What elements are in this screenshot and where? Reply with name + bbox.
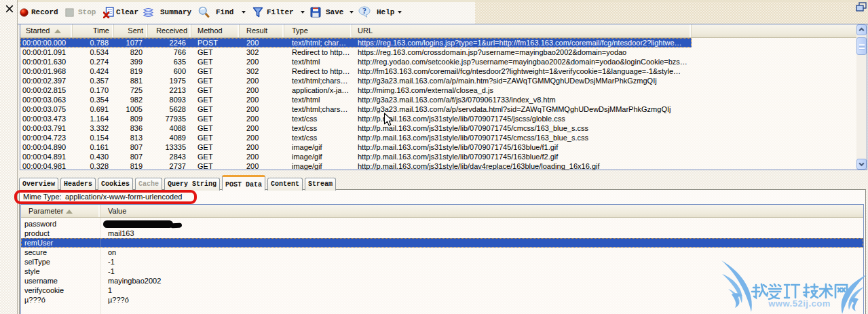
filter-icon: [252, 7, 263, 18]
parameters-table-header: Parameter Value: [21, 205, 863, 218]
column-header-method[interactable]: Method: [191, 24, 240, 37]
scroll-down-button[interactable]: [856, 159, 867, 170]
record-icon: [20, 8, 29, 17]
column-header-time[interactable]: Time: [73, 24, 114, 37]
tab[interactable]: Query String: [164, 178, 220, 191]
parameter-row[interactable]: product mail163: [21, 229, 863, 238]
watermark-text-strokes: [752, 284, 847, 299]
request-row[interactable]: 00:00:01.630 0.274 399 635 GET 200 text/…: [20, 57, 692, 66]
column-header-parameter[interactable]: Parameter: [21, 205, 100, 217]
scrollbar-thumb[interactable]: [856, 37, 867, 55]
help-label: Help: [377, 8, 394, 16]
side-strip: [0, 0, 18, 314]
filter-label: Filter: [267, 8, 294, 16]
column-header-value[interactable]: Value: [100, 205, 863, 217]
record-label: Record: [31, 8, 58, 16]
clear-label: Clear: [116, 8, 138, 16]
mouse-cursor: [383, 113, 394, 127]
scroll-up-icon: [859, 28, 864, 31]
save-dropdown-icon[interactable]: [350, 11, 354, 14]
password-redaction-mark: [103, 220, 173, 228]
record-button[interactable]: Record: [20, 1, 58, 23]
sort-ascending-icon: [66, 210, 73, 214]
tab[interactable]: Headers: [60, 178, 96, 191]
clear-button[interactable]: Clear: [103, 1, 138, 23]
scrollbar-grip: [859, 44, 865, 50]
request-row[interactable]: 00:00:04.723 0.154 813 4089 GET 200 text…: [20, 133, 692, 142]
find-dropdown-icon[interactable]: [242, 11, 246, 14]
scroll-down-icon: [859, 163, 864, 165]
toolbar-top-edge: [18, 0, 868, 2]
requests-table-body: 00:00:00.000 0.788 1077 2246 POST 200 te…: [20, 38, 856, 170]
stop-button: Stop: [65, 1, 96, 23]
request-row[interactable]: 00:00:04.891 0.430 807 2843 GET 200 imag…: [20, 152, 692, 161]
stop-label: Stop: [78, 8, 96, 16]
help-icon: ?: [358, 6, 371, 18]
summary-label: Summary: [160, 8, 191, 16]
watermark-url: www.52ij.com: [766, 298, 833, 309]
detail-tabs: OverviewHeadersCookiesCacheQuery StringP…: [19, 175, 336, 191]
scroll-up-button[interactable]: [856, 24, 867, 35]
request-row[interactable]: 00:00:03.063 0.354 982 8093 GET 200 text…: [20, 95, 692, 104]
toolbar: Record Stop Clear Summary: [18, 0, 868, 24]
tab[interactable]: Overview: [19, 178, 58, 191]
tab[interactable]: Cache: [135, 178, 162, 191]
save-label: Save: [326, 8, 343, 16]
cascade-windows-icon[interactable]: [856, 2, 867, 12]
column-header-type[interactable]: Type: [284, 24, 352, 37]
tab[interactable]: Cookies: [98, 178, 133, 191]
save-button[interactable]: Save: [310, 1, 354, 23]
summary-button[interactable]: Summary: [143, 1, 191, 23]
help-dropdown-icon[interactable]: [398, 11, 402, 14]
save-icon: [310, 7, 321, 18]
find-label: Find: [216, 8, 233, 16]
request-row[interactable]: 00:00:04.981 0.328 819 2737 GET 200 imag…: [20, 161, 692, 170]
tab[interactable]: POST Data: [222, 175, 265, 191]
vertical-scrollbar[interactable]: [856, 24, 867, 170]
watermark-right-wing: [842, 275, 867, 314]
request-row[interactable]: 00:00:01.968 0.424 819 600 GET 302 Redir…: [20, 66, 692, 76]
filter-button[interactable]: Filter: [252, 1, 305, 23]
request-row[interactable]: 00:00:03.075 0.691 1005 5628 GET 200 tex…: [20, 104, 692, 114]
requests-table: Started Time Sent Received Method Result…: [20, 24, 867, 170]
column-header-url[interactable]: URL: [352, 24, 692, 37]
clear-icon: [103, 7, 114, 18]
close-icon[interactable]: [5, 5, 14, 13]
find-icon: [198, 6, 210, 18]
request-row[interactable]: 00:00:04.890 0.161 807 13335 GET 200 ima…: [20, 142, 692, 152]
watermark-left-wing: [721, 260, 752, 312]
tab[interactable]: Stream: [305, 178, 336, 191]
httpwatch-window: Record Stop Clear Summary: [0, 0, 868, 314]
sort-ascending-icon: [54, 29, 61, 33]
help-button[interactable]: ? Help: [358, 1, 402, 23]
parameter-row[interactable]: remUser: [21, 238, 863, 248]
find-button[interactable]: Find: [198, 1, 246, 23]
request-row[interactable]: 00:00:01.091 0.534 820 766 GET 302 Redir…: [20, 47, 692, 57]
column-header-sent[interactable]: Sent: [114, 24, 148, 37]
request-row[interactable]: 00:00:03.791 3.332 836 4088 GET 200 text…: [20, 123, 692, 133]
request-row[interactable]: 00:00:03.473 1.164 809 77935 GET 200 tex…: [20, 114, 692, 123]
column-header-filler: [692, 24, 856, 37]
tab[interactable]: Content: [267, 178, 303, 191]
request-row[interactable]: 00:00:02.397 0.357 881 1975 GET 200 text…: [20, 76, 692, 85]
red-highlight-annotation: [14, 190, 197, 204]
filter-dropdown-icon[interactable]: [301, 11, 305, 14]
requests-table-header: Started Time Sent Received Method Result…: [20, 24, 856, 38]
stop-icon: [65, 8, 74, 17]
parameter-row[interactable]: password: [21, 219, 863, 229]
summary-icon: [143, 7, 154, 18]
toolbar-background-right: [475, 0, 868, 24]
request-row[interactable]: 00:00:02.815 0.170 725 2213 GET 200 appl…: [20, 85, 692, 95]
column-header-result[interactable]: Result: [240, 24, 284, 37]
column-header-started[interactable]: Started: [20, 24, 73, 37]
column-header-received[interactable]: Received: [148, 24, 191, 37]
svg-text:?: ?: [362, 6, 366, 16]
request-row[interactable]: 00:00:00.000 0.788 1077 2246 POST 200 te…: [20, 38, 692, 47]
